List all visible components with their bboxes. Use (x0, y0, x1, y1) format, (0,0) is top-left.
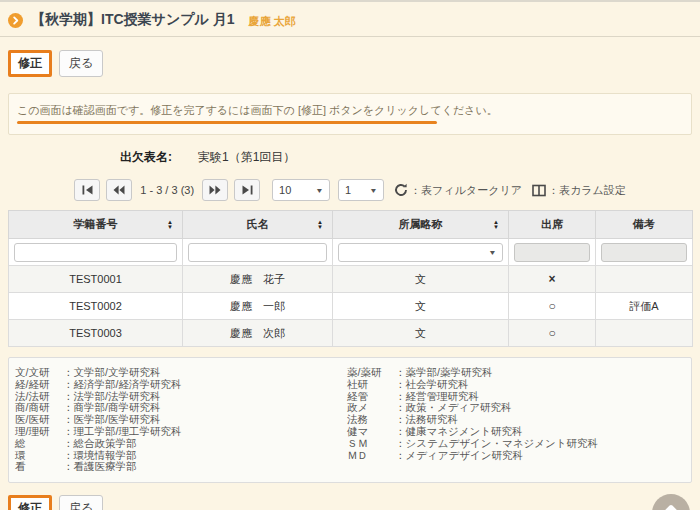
cell-affiliation: 文 (333, 320, 509, 347)
legend-col-right: 薬/薬研：薬学部/薬学研究科社研：社会学研究科経管：経営管理研究科政メ：政策・メ… (347, 367, 685, 473)
affiliation-legend: 文/文研：文学部/文学研究科経/経研：経済学部/経済学研究科法/法研：法学部/法… (8, 357, 692, 483)
table-row: TEST0003慶應 次郎文○ (9, 320, 693, 347)
column-header[interactable]: 氏名▲▼ (183, 211, 333, 239)
legend-item: 理/理研：理工学部/理工学研究科 (15, 426, 347, 438)
table-header-row: 学籍番号▲▼氏名▲▼所属略称▲▼出席備考 (9, 211, 693, 239)
chevron-right-circle-icon (8, 13, 23, 28)
legend-item: 経/経研：経済学部/経済学研究科 (15, 379, 347, 391)
column-config-control: ：表カラム設定 (532, 183, 626, 198)
table-columns-icon[interactable] (532, 184, 546, 197)
attendance-filter-input (514, 243, 590, 262)
prev-page-icon (113, 185, 125, 195)
sheet-name-value: 実験1（第1回目） (198, 149, 295, 166)
page-size-select[interactable]: 10 ▼ (272, 179, 330, 201)
legend-item: ＭＤ：メディアデザイン研究科 (347, 450, 685, 462)
cell-student-id: TEST0002 (9, 293, 183, 320)
table-filter-row: ▼ (9, 239, 693, 266)
modify-button-bottom[interactable]: 修正 (8, 495, 52, 510)
page-number-select[interactable]: 1 ▼ (338, 179, 384, 201)
column-header: 備考 (596, 211, 693, 239)
page-size-value: 10 (279, 184, 291, 196)
cell-attendance: ○ (509, 293, 596, 320)
cell-name: 慶應 一郎 (183, 293, 333, 320)
chevron-down-icon: ▼ (315, 187, 323, 194)
sort-icon[interactable]: ▲▼ (167, 220, 173, 230)
sort-icon[interactable]: ▲▼ (317, 220, 323, 230)
sort-icon[interactable]: ▲▼ (493, 220, 499, 230)
notice-underline (17, 121, 437, 124)
bottom-action-bar: 修正 戻る (8, 495, 692, 510)
attendance-table: 学籍番号▲▼氏名▲▼所属略称▲▼出席備考 ▼ TEST0001慶應 (8, 210, 692, 347)
pagination-range: 1 - 3 / 3 (3) (140, 184, 194, 196)
cell-affiliation: 文 (333, 266, 509, 293)
back-button-top[interactable]: 戻る (59, 50, 103, 77)
column-header-label: 学籍番号 (74, 218, 118, 230)
user-name[interactable]: 慶應 太郎 (249, 12, 296, 29)
breadcrumb: 【秋学期】ITC授業サンプル 月1 慶應 太郎 (8, 11, 692, 29)
next-page-button[interactable] (202, 179, 228, 201)
prev-page-button[interactable] (106, 179, 132, 201)
notice-text: この画面は確認画面です。修正を完了するには画面下の [修正] ボタンをクリックし… (17, 103, 683, 118)
cell-attendance: ○ (509, 320, 596, 347)
column-header-label: 備考 (633, 218, 655, 230)
column-header-label: 氏名 (247, 218, 269, 230)
cell-student-id: TEST0003 (9, 320, 183, 347)
confirmation-notice: この画面は確認画面です。修正を完了するには画面下の [修正] ボタンをクリックし… (8, 93, 692, 135)
filter-clear-control: ：表フィルタークリア (394, 183, 522, 198)
cell-note (596, 266, 693, 293)
header-divider (0, 36, 700, 37)
table-row: TEST0001慶應 花子文× (9, 266, 693, 293)
cell-student-id: TEST0001 (9, 266, 183, 293)
column-header-label: 出席 (541, 218, 563, 230)
first-page-icon (82, 185, 93, 195)
cell-name: 慶應 次郎 (183, 320, 333, 347)
page-number-value: 1 (345, 184, 351, 196)
table-row: TEST0002慶應 一郎文○評価A (9, 293, 693, 320)
table-body: TEST0001慶應 花子文×TEST0002慶應 一郎文○評価ATEST000… (9, 266, 693, 347)
legend-item: 総：総合政策学部 (15, 438, 347, 450)
cell-note: 評価A (596, 293, 693, 320)
name-filter-input[interactable] (188, 243, 327, 262)
legend-item: 社研：社会学研究科 (347, 379, 685, 391)
next-page-icon (209, 185, 221, 195)
sheet-name-label: 出欠表名: (120, 149, 172, 166)
column-header-label: 所属略称 (399, 218, 443, 230)
cell-affiliation: 文 (333, 293, 509, 320)
top-action-bar: 修正 戻る (8, 50, 692, 77)
column-header: 出席 (509, 211, 596, 239)
chevron-down-icon: ▼ (369, 187, 377, 194)
cell-name: 慶應 花子 (183, 266, 333, 293)
cell-attendance: × (509, 266, 596, 293)
sheet-name-row: 出欠表名: 実験1（第1回目） (8, 149, 692, 166)
note-filter-input (601, 243, 687, 262)
cell-note (596, 320, 693, 347)
legend-col-left: 文/文研：文学部/文学研究科経/経研：経済学部/経済学研究科法/法研：法学部/法… (15, 367, 347, 473)
first-page-button[interactable] (74, 179, 100, 201)
last-page-icon (242, 185, 253, 195)
refresh-icon[interactable] (394, 183, 408, 197)
column-config-label: ：表カラム設定 (548, 183, 626, 198)
legend-item: 看：看護医療学部 (15, 461, 347, 473)
chevron-down-icon: ▼ (488, 249, 496, 256)
affiliation-filter-select[interactable]: ▼ (338, 243, 503, 262)
column-header[interactable]: 所属略称▲▼ (333, 211, 509, 239)
legend-item: 健マ：健康マネジメント研究科 (347, 426, 685, 438)
column-header[interactable]: 学籍番号▲▼ (9, 211, 183, 239)
last-page-button[interactable] (234, 179, 260, 201)
back-button-bottom[interactable]: 戻る (59, 495, 103, 510)
pagination-bar: 1 - 3 / 3 (3) 10 ▼ 1 ▼ ：表フィルタークリア (8, 179, 692, 201)
filter-clear-label: ：表フィルタークリア (410, 183, 522, 198)
modify-button-top[interactable]: 修正 (8, 50, 52, 77)
student-id-filter-input[interactable] (14, 243, 177, 262)
legend-item: ＳＭ：システムデザイン・マネジメント研究科 (347, 438, 685, 450)
chevron-up-icon (662, 504, 680, 510)
page-title: 【秋学期】ITC授業サンプル 月1 (31, 11, 235, 29)
